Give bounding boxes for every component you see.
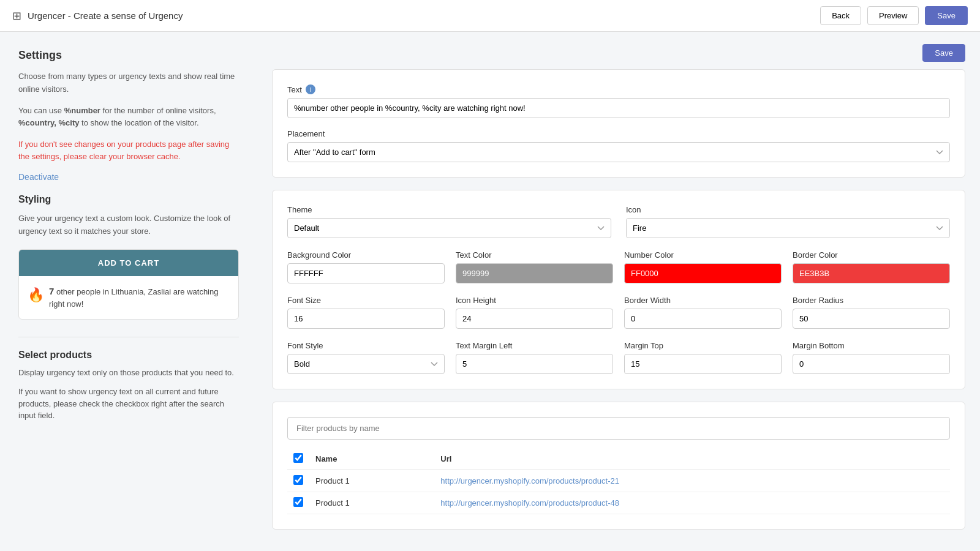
margin-bottom-label: Margin Bottom xyxy=(793,341,950,350)
font-style-label: Font Style xyxy=(287,341,445,350)
select-products-title: Select products xyxy=(18,350,239,361)
urgency-preview-text: 7 other people in Lithuania, Zasliai are… xyxy=(49,285,230,310)
bg-color-label: Background Color xyxy=(287,250,445,260)
margin-top-field: Margin Top xyxy=(624,341,782,374)
border-color-input[interactable] xyxy=(793,263,950,283)
table-row: Product 1 http://urgencer.myshopify.com/… xyxy=(287,492,950,514)
border-width-label: Border Width xyxy=(624,296,782,305)
icon-height-label: Icon Height xyxy=(456,296,613,305)
top-bar-actions: Back Preview Save xyxy=(820,6,968,25)
number-placeholder: %number xyxy=(64,106,100,115)
top-bar: ⊞ Urgencer - Create a sense of Urgency B… xyxy=(0,0,980,32)
right-save-row: Save xyxy=(272,44,965,62)
text-input[interactable] xyxy=(287,98,950,118)
theme-label: Theme xyxy=(287,205,611,214)
theme-field: Theme Default Minimal Bold xyxy=(287,205,611,238)
bg-color-input[interactable] xyxy=(287,263,445,283)
preview-button[interactable]: Preview xyxy=(867,6,919,25)
font-size-input[interactable] xyxy=(287,309,445,329)
save-button-right[interactable]: Save xyxy=(922,44,965,62)
settings-title: Settings xyxy=(18,49,239,62)
font-size-label: Font Size xyxy=(287,296,445,305)
row-checkbox[interactable] xyxy=(293,475,303,485)
border-radius-field: Border Radius xyxy=(793,296,950,329)
icon-select[interactable]: Fire Eye Clock xyxy=(626,218,950,238)
back-button[interactable]: Back xyxy=(820,6,861,25)
border-width-field: Border Width xyxy=(624,296,782,329)
settings-desc1: Choose from many types or urgency texts … xyxy=(18,70,239,96)
select-all-checkbox[interactable] xyxy=(293,453,303,463)
styling-desc: Give your urgency text a custom look. Cu… xyxy=(18,212,239,238)
border-width-input[interactable] xyxy=(624,309,782,329)
text-info-icon: i xyxy=(306,84,315,94)
row-checkbox-cell xyxy=(287,470,309,492)
urgency-number: 7 xyxy=(49,286,54,296)
placement-label: Placement xyxy=(287,129,950,138)
app-title: Urgencer - Create a sense of Urgency xyxy=(28,10,183,21)
right-panel: Save Text i Placement After "Add to cart… xyxy=(257,32,980,551)
placement-select[interactable]: After "Add to cart" form Before "Add to … xyxy=(287,142,950,162)
urgency-preview-bar: 🔥 7 other people in Lithuania, Zasliai a… xyxy=(19,276,238,319)
icon-field: Icon Fire Eye Clock xyxy=(626,205,950,238)
save-button-top[interactable]: Save xyxy=(925,6,968,25)
select-products-desc1: Display urgency text only on those produ… xyxy=(18,367,239,379)
styling-title: Styling xyxy=(18,194,239,205)
margin-bottom-input[interactable] xyxy=(793,354,950,374)
row-name: Product 1 xyxy=(309,492,434,514)
preview-widget: ADD TO CART 🔥 7 other people in Lithuani… xyxy=(18,249,239,320)
bg-color-field: Background Color xyxy=(287,250,445,283)
name-col-header: Name xyxy=(309,448,434,470)
text-color-input[interactable] xyxy=(456,263,613,283)
icon-height-field: Icon Height xyxy=(456,296,613,329)
number-color-label: Number Color xyxy=(624,250,782,260)
font-size-field: Font Size xyxy=(287,296,445,329)
cache-warning: If you don't see changes on your product… xyxy=(18,138,239,162)
top-bar-left: ⊞ Urgencer - Create a sense of Urgency xyxy=(12,9,183,23)
border-color-label: Border Color xyxy=(793,250,950,260)
row-url: http://urgencer.myshopify.com/products/p… xyxy=(434,470,950,492)
deactivate-link[interactable]: Deactivate xyxy=(18,172,59,182)
filter-input[interactable] xyxy=(287,417,950,440)
text-label: Text i xyxy=(287,84,950,94)
select-products-desc2: If you want to show urgency text on all … xyxy=(18,386,239,422)
main-layout: Settings Choose from many types or urgen… xyxy=(0,32,980,551)
margin-top-input[interactable] xyxy=(624,354,782,374)
products-card: Name Url Product 1 http://urgencer.mysho… xyxy=(272,402,965,530)
row-checkbox-cell xyxy=(287,492,309,514)
icon-height-input[interactable] xyxy=(456,309,613,329)
theme-select[interactable]: Default Minimal Bold xyxy=(287,218,611,238)
text-color-label: Text Color xyxy=(456,250,613,260)
border-radius-input[interactable] xyxy=(793,309,950,329)
row-url-link[interactable]: http://urgencer.myshopify.com/products/p… xyxy=(440,498,619,508)
row-url-link[interactable]: http://urgencer.myshopify.com/products/p… xyxy=(440,476,619,485)
styling-card: Theme Default Minimal Bold Icon Fire Eye… xyxy=(272,190,965,389)
text-margin-left-input[interactable] xyxy=(456,354,613,374)
location-placeholder: %country, %city xyxy=(18,118,79,127)
divider xyxy=(18,337,239,337)
icon-label: Icon xyxy=(626,205,950,214)
row-url: http://urgencer.myshopify.com/products/p… xyxy=(434,492,950,514)
row-checkbox[interactable] xyxy=(293,497,303,507)
add-to-cart-preview: ADD TO CART xyxy=(19,250,238,276)
border-color-field: Border Color xyxy=(793,250,950,283)
font-style-select[interactable]: Bold Normal Italic xyxy=(287,354,445,374)
left-panel: Settings Choose from many types or urgen… xyxy=(0,32,257,551)
urgency-text: other people in Lithuania, Zasliai are w… xyxy=(49,287,218,309)
app-logo-icon: ⊞ xyxy=(12,9,21,23)
url-col-header: Url xyxy=(434,448,950,470)
number-color-field: Number Color xyxy=(624,250,782,283)
row-name: Product 1 xyxy=(309,470,434,492)
text-color-field: Text Color xyxy=(456,250,613,283)
text-placement-card: Text i Placement After "Add to cart" for… xyxy=(272,69,965,178)
products-table: Name Url Product 1 http://urgencer.mysho… xyxy=(287,448,950,514)
number-color-input[interactable] xyxy=(624,263,782,283)
margin-bottom-field: Margin Bottom xyxy=(793,341,950,374)
fire-icon: 🔥 xyxy=(28,285,44,305)
border-radius-label: Border Radius xyxy=(793,296,950,305)
table-row: Product 1 http://urgencer.myshopify.com/… xyxy=(287,470,950,492)
text-margin-left-field: Text Margin Left xyxy=(456,341,613,374)
text-margin-left-label: Text Margin Left xyxy=(456,341,613,350)
margin-top-label: Margin Top xyxy=(624,341,782,350)
checkbox-col-header xyxy=(287,448,309,470)
font-style-field: Font Style Bold Normal Italic xyxy=(287,341,445,374)
